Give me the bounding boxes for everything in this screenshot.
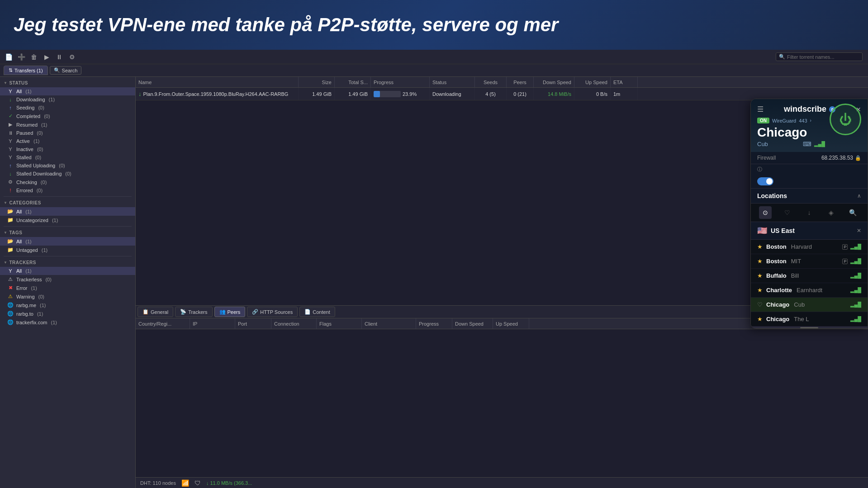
ws-star-boston-harvard[interactable]: ★ — [757, 243, 763, 250]
peers-col-connection[interactable]: Connection — [271, 318, 317, 329]
tab-trackers[interactable]: 📡 Trackers — [175, 307, 212, 317]
sidebar-item-uncategorized[interactable]: 📁 Uncategorized (1) — [0, 216, 135, 224]
categories-section-header[interactable]: ▼ CATEGORIES — [0, 199, 135, 207]
ws-toggle[interactable] — [757, 177, 773, 185]
col-header-seeds[interactable]: Seeds — [475, 77, 507, 87]
resume-icon[interactable]: ▶ — [42, 52, 52, 62]
tab-transfers[interactable]: ⇅ Transfers (1) — [4, 66, 48, 75]
sidebar-item-seeding[interactable]: ↑ Seeding (0) — [0, 104, 135, 112]
col-header-name[interactable]: Name — [136, 77, 299, 87]
ws-nav-favorites-icon[interactable]: ♡ — [781, 206, 794, 219]
ws-header: ☰ windscribe 0 ✕ ⏻ ON WireGuard 443 › Ch… — [751, 99, 868, 152]
sidebar-item-error-tracker[interactable]: ✖ Error (1) — [0, 284, 135, 292]
col-header-size[interactable]: Size — [299, 77, 335, 87]
ws-star-boston-mit[interactable]: ★ — [757, 258, 763, 265]
ws-star-charlotte[interactable]: ★ — [757, 287, 763, 294]
trackers-tab-label: Trackers — [188, 309, 207, 315]
status-chevron: ▼ — [4, 81, 7, 85]
peers-col-up[interactable]: Up Speed — [493, 318, 529, 329]
list-item[interactable]: ★ Boston MIT P ▂▄█ — [751, 254, 868, 269]
ws-server-keyboard-icon[interactable]: ⌨ — [803, 141, 811, 147]
filter-input[interactable] — [787, 54, 859, 60]
ws-nav-search-icon[interactable]: 🔍 — [847, 206, 859, 219]
sidebar-item-trackerfix[interactable]: 🌐 trackerfix.com (1) — [0, 318, 135, 327]
sidebar-item-errored[interactable]: ! Errored (0) — [0, 186, 135, 194]
add-torrent-icon[interactable]: ➕ — [16, 52, 26, 62]
ws-power-button[interactable]: ⏻ — [830, 104, 861, 135]
col-header-down[interactable]: Down Speed — [534, 77, 574, 87]
col-header-total[interactable]: Total S... — [335, 77, 371, 87]
ws-server-row: Cub ⌨ ▂▄█ — [757, 141, 861, 152]
sidebar-item-stalled[interactable]: Y Stalled (0) — [0, 153, 135, 161]
status-section-header[interactable]: ▼ STATUS — [0, 79, 135, 87]
col-header-progress[interactable]: Progress — [371, 77, 430, 87]
file-icon[interactable]: 📄 — [4, 52, 14, 62]
ws-protocol: WireGuard — [772, 118, 796, 123]
sidebar-item-all-status[interactable]: Y All (1) — [0, 87, 135, 95]
search-icon: 🔍 — [779, 54, 785, 60]
sidebar-item-trackerless[interactable]: ⚠ Trackerless (0) — [0, 275, 135, 284]
sidebar-item-completed[interactable]: ✓ Completed (0) — [0, 112, 135, 120]
pause-icon[interactable]: ⏸ — [54, 52, 64, 62]
remove-icon[interactable]: 🗑 — [29, 52, 39, 62]
sidebar-item-paused[interactable]: ⏸ Paused (0) — [0, 129, 135, 137]
col-header-eta[interactable]: ETA — [611, 77, 638, 87]
sidebar-item-downloading[interactable]: ↓ Downloading (1) — [0, 95, 135, 104]
list-item[interactable]: ★ Boston Harvard P ▂▄█ — [751, 240, 868, 254]
ws-info-icon[interactable]: ⓘ — [757, 166, 762, 173]
list-item[interactable]: ★ Chicago The L ▂▄█ — [751, 312, 868, 327]
sidebar-item-warning-tracker[interactable]: ⚠ Warning (0) — [0, 292, 135, 301]
trackers-chevron: ▼ — [4, 261, 7, 265]
sidebar-item-stalled-uploading[interactable]: ↑ Stalled Uploading (0) — [0, 161, 135, 170]
ws-loc-right-charlotte: ▂▄█ — [850, 287, 861, 293]
col-header-peers[interactable]: Peers — [507, 77, 534, 87]
sidebar-item-all-trackers[interactable]: Y All (1) — [0, 267, 135, 275]
peers-col-client[interactable]: Client — [362, 318, 416, 329]
list-item[interactable]: ★ Buffalo Bill ▂▄█ — [751, 269, 868, 283]
sidebar-item-resumed[interactable]: ▶ Resumed (1) — [0, 120, 135, 129]
sidebar-item-all-tags[interactable]: 📂 All (1) — [0, 237, 135, 246]
ws-locations-collapse-icon[interactable]: ∧ — [857, 193, 861, 199]
ws-city-charlotte: Charlotte — [766, 287, 792, 294]
ws-star-buffalo-bill[interactable]: ★ — [757, 272, 763, 279]
ws-heart-chicago-cub[interactable]: ♡ — [757, 301, 763, 308]
sidebar-item-untagged[interactable]: 📁 Untagged (1) — [0, 246, 135, 254]
sidebar-item-stalled-downloading[interactable]: ↓ Stalled Downloading (0) — [0, 170, 135, 178]
peers-col-progress[interactable]: Progress — [416, 318, 452, 329]
peers-col-port[interactable]: Port — [235, 318, 271, 329]
tags-section-header[interactable]: ▼ TAGS — [0, 228, 135, 237]
search-tab-icon: 🔍 — [54, 67, 60, 73]
sidebar-item-rarbg-me[interactable]: 🌐 rarbg.me (1) — [0, 301, 135, 309]
trackers-section-header[interactable]: ▼ TRACKERS — [0, 258, 135, 267]
sidebar-item-rarbg-to[interactable]: 🌐 rarbg.to (1) — [0, 309, 135, 318]
ws-nav-static-icon[interactable]: ◈ — [825, 206, 837, 219]
ws-nav-download-icon[interactable]: ↓ — [803, 206, 816, 219]
list-item[interactable]: ♡ Chicago Cub ▂▄█ — [751, 298, 868, 312]
peers-col-country[interactable]: Country/Regi... — [136, 318, 190, 329]
settings-icon[interactable]: ⚙ — [67, 52, 77, 62]
col-header-up[interactable]: Up Speed — [574, 77, 611, 87]
peers-col-flags[interactable]: Flags — [317, 318, 362, 329]
peers-col-down[interactable]: Down Speed — [452, 318, 493, 329]
tab-peers[interactable]: 👥 Peers — [214, 307, 246, 317]
sidebar-item-all-categories[interactable]: 📂 All (1) — [0, 207, 135, 216]
ws-region-close-icon[interactable]: ✕ — [857, 227, 861, 234]
ws-signal-chicago-cub: ▂▄█ — [850, 302, 861, 308]
tab-http-sources[interactable]: 🔗 HTTP Sources — [247, 307, 298, 317]
sidebar-item-inactive[interactable]: Y Inactive (0) — [0, 145, 135, 153]
col-header-status[interactable]: Status — [430, 77, 475, 87]
ws-nav-all-icon[interactable]: ⊙ — [759, 206, 772, 219]
list-item[interactable]: ★ Charlotte Earnhardt ▂▄█ — [751, 283, 868, 298]
ws-region-left: 🇺🇸 US East — [757, 226, 795, 236]
content-label: Content — [313, 309, 330, 315]
tab-search[interactable]: 🔍 Search — [50, 66, 82, 75]
peers-list — [136, 329, 868, 477]
sidebar-item-checking[interactable]: ⚙ Checking (0) — [0, 178, 135, 186]
ws-menu-icon[interactable]: ☰ — [757, 105, 764, 114]
sidebar-item-active[interactable]: Y Active (1) — [0, 137, 135, 145]
tab-content[interactable]: 📄 Content — [299, 307, 335, 317]
tab-general[interactable]: 📋 General — [138, 307, 173, 317]
peers-col-ip[interactable]: IP — [190, 318, 235, 329]
tabs-bar: ⇅ Transfers (1) 🔍 Search — [0, 64, 868, 77]
ws-star-chicago-l[interactable]: ★ — [757, 316, 763, 322]
